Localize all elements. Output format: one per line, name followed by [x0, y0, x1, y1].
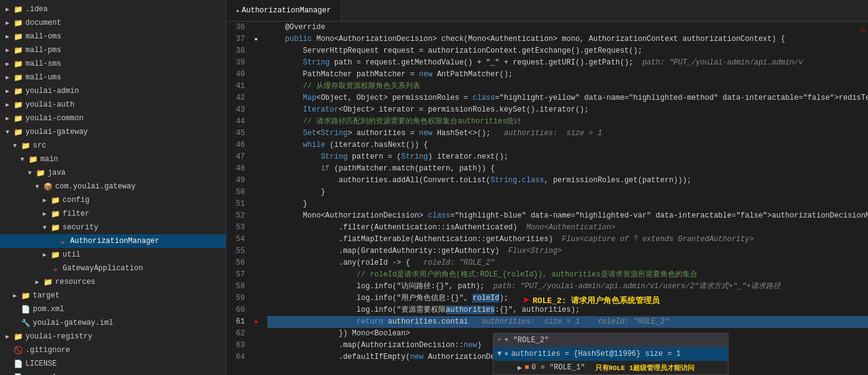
gutter-icon-53	[250, 222, 262, 234]
keyword: String	[303, 58, 330, 67]
tree-item-label: youlai-gateway	[25, 128, 226, 136]
debug-dot: ●	[254, 36, 258, 43]
sidebar-item-pom.xml-root[interactable]: 📄 pom.xml	[0, 371, 226, 375]
tree-file-icon: 📁	[35, 169, 46, 178]
code-lines: @Override public Mono<AuthorizationDecis…	[262, 22, 868, 375]
gutter-icon-45	[250, 128, 262, 139]
gutter-icon-56	[250, 257, 262, 269]
sidebar-item-pom.xml[interactable]: 📄 pom.xml	[0, 302, 226, 316]
tree-arrow: ▼	[10, 143, 20, 149]
sidebar-item-resources[interactable]: ▶ 📁 resources	[0, 275, 226, 289]
line-number: 64	[226, 351, 245, 363]
debug-row1-text: authorities = {HashSet@11996} size = 1	[511, 350, 681, 358]
tree-file-icon: 📁	[12, 46, 24, 55]
sidebar-item-mall-oms[interactable]: ▶ 📁 mall-oms	[0, 30, 226, 43]
line-number: 38	[226, 45, 245, 57]
expand-arrow-icon[interactable]: ▼	[497, 350, 502, 358]
line-numbers: 3637383940414243444546474849505152535455…	[226, 22, 250, 375]
tree-arrow: ▶	[2, 115, 12, 122]
sidebar-item-main[interactable]: ▼ 📁 main	[0, 152, 226, 166]
tree-file-icon: 🚫	[12, 346, 24, 355]
code-line-46: while (iterator.hasNext()) {	[267, 139, 868, 151]
gutter-icon-40	[250, 69, 262, 81]
line-hint: authorities: size = 1 roleId: "ROLE_2"	[468, 317, 669, 326]
debug-popup-row2: ▶ ■ 0 = "ROLE_1" 只有ROLE 1超级管理员才能访问	[494, 361, 728, 374]
code-line-39: String path = request.getMethodValue() +…	[267, 57, 868, 69]
tree-item-label: target	[33, 291, 226, 300]
sidebar-item-GatewayApplication[interactable]: ☕ GatewayApplication	[0, 262, 226, 275]
tab-authorization-manager[interactable]: ● AuthorizationManager	[226, 0, 342, 21]
tree-item-label: youlai-registry	[25, 332, 226, 341]
sidebar-item-AuthorizationManager[interactable]: ☕ AuthorizationManager	[0, 234, 226, 248]
tree-file-icon: 📄	[20, 305, 31, 314]
tree-file-icon: 📁	[50, 250, 61, 260]
gutter-icon-43	[250, 104, 262, 116]
sidebar-item-com.youlai.gateway[interactable]: ▼ 📦 com.youlai.gateway	[0, 180, 226, 193]
gutter-icon-62	[250, 328, 262, 340]
line-number: 52	[226, 210, 245, 222]
code-line-56: .any(roleId -> { roleId: "ROLE_2"	[267, 257, 868, 269]
line-number: 54	[226, 234, 245, 245]
code-line-48: if (pathMatcher.match(pattern, path)) {	[267, 163, 868, 175]
sidebar-item-.gitignore[interactable]: 🚫 .gitignore	[0, 343, 226, 357]
sidebar-item-LICENSE[interactable]: 📄 LICENSE	[0, 357, 226, 371]
file-tree: ▶ 📁 .idea ▶ 📁 document ▶ 📁 mall-oms ▶ 📁 …	[0, 0, 226, 375]
sidebar-item-youlai-gateway.iml[interactable]: 🔧 youlai-gateway.iml	[0, 316, 226, 330]
code-line-45: Set<String> authorities = new HashSet<>(…	[267, 128, 868, 139]
line-number: 42	[226, 92, 245, 104]
sidebar-item-target[interactable]: ▶ 📁 target	[0, 289, 226, 302]
tree-file-icon: 📁	[20, 141, 31, 151]
tree-arrow: ▼	[2, 129, 12, 136]
tree-arrow: ▶	[2, 74, 12, 81]
sidebar-item-youlai-admin[interactable]: ▶ 📁 youlai-admin	[0, 84, 226, 98]
keyword: public	[285, 35, 312, 43]
code-line-38: ServerHttpRequest request = authorizatio…	[267, 45, 868, 57]
keyword: return	[356, 317, 383, 326]
sidebar-item-java[interactable]: ▼ 📁 java	[0, 166, 226, 180]
line-hint: Flux<String>	[499, 247, 562, 255]
gutter-area: ●●	[250, 22, 262, 375]
sidebar-item-document[interactable]: ▶ 📁 document	[0, 16, 226, 30]
gutter-icon-42	[250, 92, 262, 104]
gutter-icon-52	[250, 210, 262, 222]
tree-arrow: ▶	[2, 6, 12, 13]
sidebar-item-youlai-auth[interactable]: ▶ 📁 youlai-auth	[0, 98, 226, 112]
code-area[interactable]: 3637383940414243444546474849505152535455…	[226, 22, 868, 375]
code-line-58: log.info("访问路径:{}", path); path: "PUT_/y…	[267, 281, 868, 293]
breakpoint-dot: ●	[254, 319, 258, 325]
debug-plus-icon: +	[497, 336, 502, 345]
expand-arrow2-icon[interactable]: ▶	[518, 363, 522, 373]
sidebar-item-youlai-registry[interactable]: ▶ 📁 youlai-registry	[0, 330, 226, 343]
line-number: 53	[226, 222, 245, 234]
sidebar-item-idea[interactable]: ▶ 📁 .idea	[0, 2, 226, 16]
sidebar-item-mall-ums[interactable]: ▶ 📁 mall-ums	[0, 71, 226, 84]
sidebar-item-security[interactable]: ▼ 📁 security	[0, 221, 226, 234]
line-number: 37	[226, 33, 245, 45]
sidebar-item-mall-pms[interactable]: ▶ 📁 mall-pms	[0, 43, 226, 57]
line-number: 58	[226, 281, 245, 293]
sidebar-item-util[interactable]: ▶ 📁 util	[0, 248, 226, 262]
line-number: 49	[226, 175, 245, 187]
sidebar-item-config[interactable]: ▶ 📁 config	[0, 193, 226, 207]
code-line-61: return authorities.contai authorities: s…	[267, 316, 868, 328]
sidebar-item-mall-sms[interactable]: ▶ 📁 mall-sms	[0, 57, 226, 71]
tree-arrow: ▶	[40, 196, 50, 204]
line-number: 48	[226, 163, 245, 175]
line-number: 55	[226, 245, 245, 257]
sidebar-item-youlai-common[interactable]: ▶ 📁 youlai-common	[0, 112, 226, 125]
gutter-icon-36	[250, 22, 262, 33]
sidebar-item-youlai-gateway[interactable]: ▼ 📁 youlai-gateway	[0, 125, 226, 139]
keyword: new	[419, 129, 433, 138]
tree-arrow: ▶	[10, 292, 20, 299]
line-number: 36	[226, 22, 245, 33]
keyword: String	[321, 152, 347, 161]
gutter-icon-48	[250, 163, 262, 175]
sidebar-item-src[interactable]: ▼ 📁 src	[0, 139, 226, 152]
tree-file-icon: 📁	[27, 155, 38, 164]
tree-file-icon: ☕	[50, 264, 61, 273]
line-hint: Mono<Authentication>	[517, 223, 615, 232]
keyword: Iterator	[303, 105, 339, 114]
indent-space	[497, 363, 515, 372]
sidebar-item-filter[interactable]: ▶ 📁 filter	[0, 207, 226, 221]
code-line-52: Mono<AuthorizationDecision> class="highl…	[267, 210, 868, 222]
